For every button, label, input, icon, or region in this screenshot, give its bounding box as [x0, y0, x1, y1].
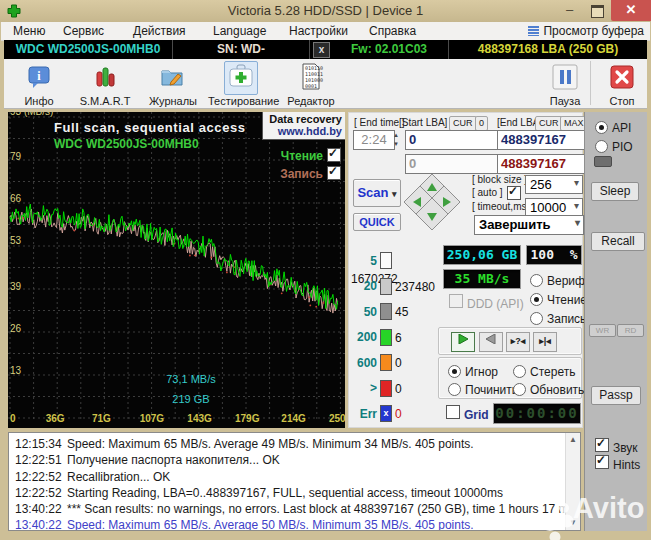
device-model: WDC WD2500JS-00MHB0 [4, 40, 173, 59]
log-scrollbar[interactable]: ▲ ▼ [565, 433, 580, 530]
menu-settings[interactable]: Настройки [289, 24, 348, 38]
pio-radio-row[interactable]: PIO [595, 137, 633, 155]
menu-language[interactable]: Language [213, 24, 266, 38]
menu-main[interactable]: Меню [13, 24, 45, 38]
write-radio-row[interactable]: Запись [530, 309, 586, 327]
editor-tab-button[interactable]: 010110 110011 101000 0001 Редактор [278, 61, 344, 107]
timeout-label: [ timeout,ms ] [472, 201, 532, 212]
start-lba-zero-button[interactable]: 0 [475, 116, 488, 131]
rd-button[interactable]: RD [617, 324, 644, 337]
hints-checkbox-row[interactable]: ✓Hints [595, 455, 640, 473]
log-line: 13:40:22*** Scan results: no warnings, n… [9, 501, 580, 517]
auto-checkbox[interactable]: ✓ [507, 186, 521, 200]
scan-button[interactable]: Scan ▾ [353, 179, 401, 207]
start-lba-cur-button[interactable]: CUR [449, 116, 477, 131]
read-checkbox[interactable]: ✓ [327, 148, 341, 162]
log-message: Получение паспорта накопителя... OK [67, 453, 280, 467]
x-tick-label: 107G [140, 413, 164, 424]
log-panel[interactable]: 12:15:34Speed: Maximum 65 MB/s. Average … [8, 432, 581, 531]
log-line: 12:22:52Recallibration... OK [9, 469, 580, 485]
ignore-radio-row[interactable]: Игнор [448, 362, 498, 380]
test-tab-button[interactable]: Тестирование [208, 61, 274, 107]
wr-button[interactable]: WR [589, 324, 616, 337]
scan-speed-graph[interactable]: Full scan, sequential access WDC WD2500J… [8, 112, 345, 428]
end-time-spinner[interactable]: 2:24 [353, 130, 395, 150]
passp-button[interactable]: Passp [591, 386, 641, 405]
menu-service[interactable]: Сервис [63, 24, 104, 38]
pio-label: PIO [612, 140, 633, 154]
device-capacity: 488397168 LBA (250 GB) [449, 40, 647, 59]
check-icon: ✓ [508, 184, 518, 198]
back-button[interactable] [479, 332, 503, 352]
dpad-control[interactable] [403, 173, 461, 231]
end-lba-cur-button[interactable]: CUR [535, 116, 563, 131]
buffer-view-button[interactable]: Просмотр буфера [528, 24, 644, 38]
ignore-radio [448, 365, 461, 378]
stat-color-block [380, 303, 392, 320]
stat-color-block: x [380, 405, 392, 422]
end-lba-secondary[interactable]: 488397167 [497, 154, 587, 174]
pio-radio [595, 140, 608, 153]
y-tick-label: 66 [10, 193, 21, 204]
minimize-button[interactable]: – [556, 0, 583, 21]
menu-actions[interactable]: Действия [133, 24, 186, 38]
ddd-label: DDD (API) [467, 297, 524, 311]
read-radio-row[interactable]: Чтение [530, 290, 587, 308]
verify-radio-row[interactable]: Вериф. [530, 271, 588, 289]
end-lba-input[interactable]: 488397167 [497, 130, 587, 150]
ddd-checkbox[interactable] [449, 294, 463, 308]
defect-action-group: Игнор Стереть Починить Обновить [438, 357, 582, 399]
seek-error-button[interactable]: ▸?◂ [506, 332, 530, 352]
repair-radio-row[interactable]: Починить [448, 380, 518, 398]
logs-tab-button[interactable]: Журналы [140, 61, 206, 107]
lcd-capacity: 250,06 GB [443, 245, 521, 265]
close-button[interactable]: ✕ [611, 0, 651, 21]
sleep-button[interactable]: Sleep [591, 182, 639, 201]
info-x-button[interactable]: x [313, 42, 330, 58]
grid-checkbox-row[interactable]: Grid [446, 405, 489, 423]
stop-button[interactable]: Стоп [589, 61, 651, 107]
refresh-radio-row[interactable]: Обновить [513, 380, 584, 398]
play-button[interactable] [451, 332, 475, 352]
back-icon [485, 334, 497, 344]
toolbar-label: Стоп [589, 95, 651, 107]
play-icon [457, 334, 469, 344]
erase-radio-row[interactable]: Стереть [513, 362, 575, 380]
ddd-api-checkbox-row[interactable]: DDD (API) [449, 294, 524, 312]
maximize-button[interactable] [584, 0, 610, 21]
stat-color-block [380, 278, 392, 295]
step-button[interactable]: ▸|◂ [533, 332, 557, 352]
stat-threshold-label: 200 [351, 330, 377, 344]
quick-button[interactable]: QUICK [353, 213, 401, 231]
write-checkbox[interactable]: ✓ [327, 166, 341, 180]
info-tab-button[interactable]: i Инфо [6, 61, 72, 107]
block-size-select[interactable]: 256▾ [525, 175, 583, 194]
scroll-up-icon[interactable]: ▲ [566, 433, 580, 447]
start-lba-input[interactable]: 0 [405, 130, 501, 150]
refresh-radio [513, 383, 526, 396]
stat-threshold-label: Err [351, 407, 377, 421]
check-icon: ✓ [328, 164, 338, 178]
grid-checkbox[interactable] [446, 405, 460, 419]
erase-radio [513, 365, 526, 378]
legend-read: Чтение✓ [281, 148, 341, 163]
hints-label: Hints [613, 458, 640, 472]
smart-tab-button[interactable]: S.M.A.R.T [72, 61, 138, 107]
stat-color-block [380, 329, 392, 346]
stat-threshold-label: 600 [351, 356, 377, 370]
start-lba-secondary[interactable]: 0 [405, 154, 501, 174]
info-icon: i [25, 63, 53, 91]
stat-row: 2006 [351, 328, 441, 348]
cursor-position-readout: 219 GB [131, 393, 251, 405]
legend-write-label: Запись [280, 167, 323, 181]
recall-button[interactable]: Recall [591, 232, 645, 251]
action-select[interactable]: Завершить▾ [474, 215, 584, 235]
log-message: Speed: Maximum 65 MB/s. Average 49 MB/s.… [67, 437, 474, 451]
api-radio-row[interactable]: API [595, 118, 631, 136]
menu-help[interactable]: Справка [369, 24, 416, 38]
scroll-down-icon[interactable]: ▼ [566, 516, 580, 530]
end-time-spin-buttons[interactable]: ▴▾ [391, 130, 401, 148]
log-time: 13:40:22 [15, 501, 67, 517]
x-tick-label: 179G [235, 413, 259, 424]
legend-write: Запись✓ [280, 166, 341, 181]
